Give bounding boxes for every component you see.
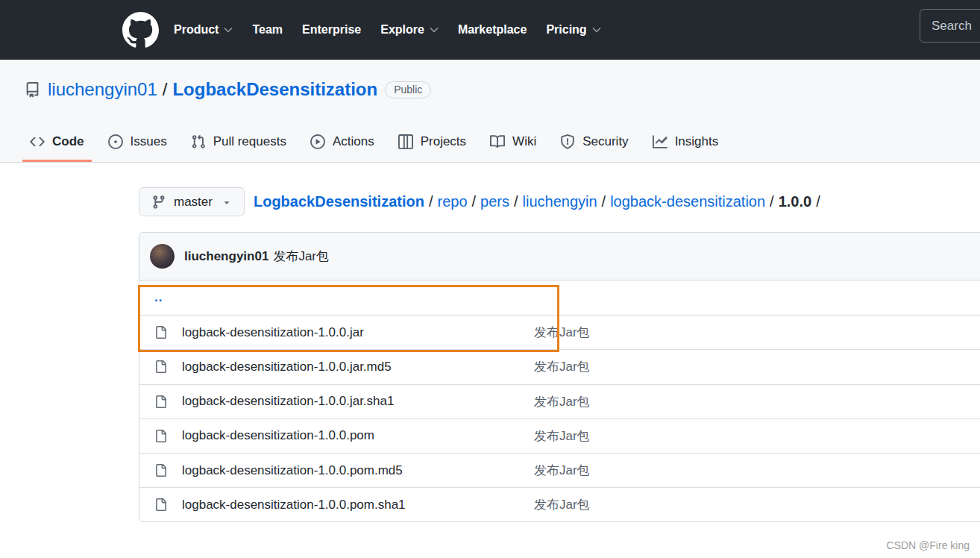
tab-actions[interactable]: Actions	[303, 122, 382, 162]
breadcrumb-separator: /	[468, 193, 481, 210]
avatar[interactable]	[150, 244, 175, 269]
file-toolbar: master LogbackDesensitization/repo/pers/…	[139, 187, 825, 216]
breadcrumb-link-logback-desensitization[interactable]: logback-desensitization	[610, 193, 765, 210]
branch-selector-button[interactable]: master	[139, 187, 245, 216]
github-header: Product Team Enterprise Explore Marketpl…	[0, 0, 980, 60]
branch-name: master	[174, 195, 213, 210]
git-pull-request-icon	[191, 134, 206, 149]
nav-item-enterprise[interactable]: Enterprise	[302, 23, 361, 37]
file-name-link[interactable]: logback-desensitization-1.0.0.jar.sha1	[182, 394, 534, 409]
breadcrumb-separator: /	[765, 193, 779, 210]
file-name-link[interactable]: logback-desensitization-1.0.0.jar.md5	[182, 360, 534, 374]
file-icon	[154, 498, 167, 512]
tab-projects[interactable]: Projects	[391, 122, 474, 162]
file-commit-message[interactable]: 发布Jar包	[534, 393, 590, 410]
chevron-down-icon	[430, 27, 439, 33]
nav-item-explore[interactable]: Explore	[380, 23, 439, 37]
file-name-link[interactable]: logback-desensitization-1.0.0.pom.md5	[182, 463, 534, 478]
repo-owner-link[interactable]: liuchengyin01	[48, 79, 157, 99]
header-nav: Product Team Enterprise Explore Marketpl…	[174, 23, 601, 37]
search-input[interactable]: Search	[920, 9, 980, 43]
file-icon	[154, 429, 167, 443]
tab-pull-requests[interactable]: Pull requests	[183, 122, 294, 162]
search-placeholder: Search	[932, 19, 972, 34]
tab-code[interactable]: Code	[22, 122, 92, 162]
repo-title-separator: /	[157, 79, 173, 99]
watermark: CSDN @Fire king	[887, 539, 970, 551]
parent-directory-link[interactable]: ..	[154, 290, 163, 305]
shield-icon	[560, 134, 575, 149]
file-row[interactable]: logback-desensitization-1.0.0.pom.md5 发布…	[139, 453, 980, 487]
file-commit-message[interactable]: 发布Jar包	[534, 427, 590, 445]
file-icon	[154, 463, 167, 477]
tab-issues[interactable]: Issues	[101, 122, 175, 162]
file-row[interactable]: logback-desensitization-1.0.0.jar.md5 发布…	[139, 349, 980, 383]
tab-insights[interactable]: Insights	[645, 122, 726, 162]
file-list-box: liuchengyin01 发布Jar包 .. logback-desensit…	[139, 232, 980, 522]
chevron-down-icon	[224, 27, 233, 33]
commit-author-link[interactable]: liuchengyin01	[184, 249, 268, 264]
breadcrumb-separator: /	[597, 193, 611, 210]
issue-opened-icon	[108, 134, 123, 149]
file-name-link[interactable]: logback-desensitization-1.0.0.jar	[182, 325, 534, 340]
breadcrumb-repo-root[interactable]: LogbackDesensitization	[254, 193, 424, 210]
triangle-down-icon	[222, 197, 232, 207]
file-icon	[154, 360, 167, 374]
breadcrumb-separator: /	[509, 193, 523, 210]
file-commit-message[interactable]: 发布Jar包	[534, 496, 590, 513]
file-icon	[154, 325, 167, 339]
file-commit-message[interactable]: 发布Jar包	[534, 462, 590, 479]
nav-item-pricing[interactable]: Pricing	[546, 23, 600, 37]
commit-message-link[interactable]: 发布Jar包	[273, 248, 329, 265]
book-icon	[490, 134, 505, 149]
file-name-link[interactable]: logback-desensitization-1.0.0.pom.sha1	[182, 498, 534, 512]
breadcrumb: LogbackDesensitization/repo/pers/liuchen…	[254, 193, 825, 210]
parent-directory-row[interactable]: ..	[139, 280, 980, 315]
file-commit-message[interactable]: 发布Jar包	[534, 324, 590, 341]
graph-icon	[653, 134, 668, 149]
nav-item-marketplace[interactable]: Marketplace	[458, 23, 527, 37]
breadcrumb-link-repo[interactable]: repo	[437, 193, 467, 210]
nav-item-product[interactable]: Product	[174, 23, 233, 37]
repo-name-link[interactable]: LogbackDesensitization	[172, 79, 377, 99]
latest-commit-bar: liuchengyin01 发布Jar包	[139, 233, 980, 280]
visibility-badge: Public	[385, 81, 431, 98]
file-row[interactable]: logback-desensitization-1.0.0.pom 发布Jar包	[139, 418, 980, 453]
code-icon	[30, 134, 45, 149]
chevron-down-icon	[592, 27, 601, 33]
breadcrumb-link-pers[interactable]: pers	[480, 193, 509, 210]
file-icon	[154, 395, 167, 409]
repo-header-band: liuchengyin01/LogbackDesensitization Pub…	[0, 60, 980, 163]
file-row[interactable]: logback-desensitization-1.0.0.jar.sha1 发…	[139, 384, 980, 418]
nav-item-team[interactable]: Team	[252, 23, 283, 37]
git-branch-icon	[151, 195, 166, 210]
breadcrumb-separator: /	[811, 193, 825, 210]
breadcrumb-current: 1.0.0	[779, 193, 811, 210]
file-commit-message[interactable]: 发布Jar包	[534, 358, 590, 375]
file-row[interactable]: logback-desensitization-1.0.0.jar 发布Jar包	[139, 315, 980, 349]
tab-wiki[interactable]: Wiki	[483, 122, 544, 162]
breadcrumb-separator: /	[424, 193, 438, 210]
file-name-link[interactable]: logback-desensitization-1.0.0.pom	[182, 428, 534, 443]
repo-icon	[25, 82, 40, 98]
repo-tabs: Code Issues Pull requests Actions Projec…	[22, 122, 726, 162]
github-logo-icon[interactable]	[122, 12, 159, 48]
play-icon	[310, 134, 325, 149]
table-icon	[398, 134, 413, 149]
breadcrumb-link-liuchengyin[interactable]: liuchengyin	[523, 193, 597, 210]
file-row[interactable]: logback-desensitization-1.0.0.pom.sha1 发…	[139, 487, 980, 521]
repo-title: liuchengyin01/LogbackDesensitization Pub…	[25, 79, 431, 100]
tab-security[interactable]: Security	[553, 122, 635, 162]
